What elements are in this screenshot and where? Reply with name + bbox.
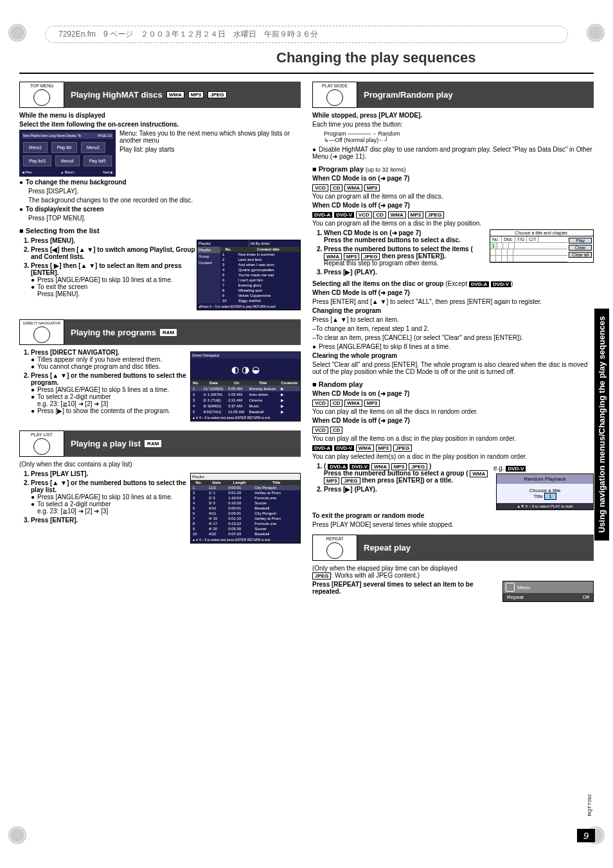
- section-title: Repeat play: [364, 543, 411, 553]
- osd-menu-label: Menu: [517, 585, 530, 590]
- osd-footer: ▲▼ 0 ~ 9 to select and press ENTER RETUR…: [191, 536, 300, 543]
- osd-cell: Play list: [51, 142, 77, 153]
- button-label: DIRECT NAVIGATOR: [23, 321, 60, 325]
- program-osd: Choose a title and chapter. No. Disc T/G…: [490, 229, 594, 263]
- text: You can play all the items on all the di…: [312, 408, 594, 415]
- format-tag: WMA: [166, 91, 184, 98]
- text: When CD Mode is off (➜ page 7): [312, 417, 594, 424]
- tag-row: VCD CD WMA MP3: [312, 184, 594, 191]
- format-tag: JPEG: [208, 91, 226, 98]
- side-tab: Using navigation menus/Changing the play…: [594, 308, 609, 540]
- text: You can play all the items on a disc in …: [312, 435, 594, 442]
- osd-nav: ◀ Prev: [22, 170, 32, 174]
- section-progrand-header: PLAY MODE Program/Random play: [312, 82, 594, 108]
- osd-cell: Menu1: [23, 142, 48, 153]
- format-tag: RAM: [160, 329, 177, 336]
- osd-btn: Clear: [569, 245, 592, 251]
- osd-table: No.Content title 1Few times in summer 2L…: [220, 247, 300, 303]
- osd-footer: ▲▼ 0 ~ 9 to select PLAY to start: [497, 503, 593, 509]
- menu-icon: [506, 583, 515, 592]
- text: When CD Mode is on (➜ page 7): [312, 175, 594, 182]
- text: Press [▲ ▼] to select an item.: [312, 316, 594, 323]
- osd-title: New Playlist Item Long Name Display Te: [23, 134, 81, 137]
- top-menu-button-graphic: TOP MENU: [19, 82, 64, 108]
- text: Press [TOP MENU].: [28, 215, 301, 222]
- button-label: PLAY LIST: [31, 432, 53, 437]
- button-icon: [326, 89, 343, 106]
- section-repeat-header: REPEAT Repeat play: [312, 535, 594, 561]
- osd-cell: Menu2: [81, 142, 105, 153]
- playlist-osd: Playlist All By Artist Playlist Group Co…: [197, 240, 301, 310]
- section-highmat-header: TOP MENU Playing HighMAT discs WMA MP3 J…: [19, 82, 301, 108]
- heading: Changing the program: [312, 307, 594, 314]
- osd-nav: Next ▶: [103, 170, 113, 174]
- bullet: Press [ANGLE/PAGE] to skip 8 lines at a …: [312, 343, 594, 350]
- osd-cell: Play list3: [23, 155, 51, 166]
- flow-diagram: Program ————→ Random ↳—Off (Normal play)…: [324, 130, 594, 143]
- text: You can program all the items on a disc …: [312, 220, 594, 227]
- osd-btn: Play: [569, 238, 592, 244]
- text: When CD Mode is off (➜ page 7): [312, 202, 594, 209]
- section-programs-header: DIRECT NAVIGATOR Playing the programs RA…: [19, 319, 301, 345]
- osd-footer: ▲▼ 0 ~ 9 to select and press ENTER RETUR…: [191, 414, 300, 421]
- osd-page: PAGE 1/3: [98, 134, 112, 137]
- osd-tab: Playlist: [197, 240, 249, 247]
- button-icon: [33, 326, 50, 343]
- text: The background changes to the one record…: [28, 197, 301, 204]
- text: Select "Clear all" and press [ENTER]. Th…: [312, 361, 594, 375]
- subsection-title: Selecting from the list: [19, 227, 301, 235]
- text: When CD Mode is off (➜ page 7): [312, 289, 594, 296]
- bullet: Disable HighMAT disc play to use random …: [312, 146, 594, 160]
- section-title: Playing the programs: [71, 328, 156, 337]
- heading: Clearing the whole program: [312, 352, 594, 359]
- playlist-button-graphic: PLAY LIST: [19, 430, 64, 457]
- text: –To change an item, repeat step 1 and 2.: [312, 325, 594, 332]
- tag-row: DVD-A DVD-V VCD CD WMA MP3 JPEG: [312, 211, 594, 218]
- text: Select the item following the on-screen …: [19, 121, 301, 128]
- doc-header: 7292En.fm 9 ページ ２００３年１２月２４日 水曜日 午前９時３６分: [45, 26, 568, 43]
- subsection-title: Random play: [312, 380, 594, 388]
- section-playlist-header: PLAY LIST Playing a play list RAM: [19, 430, 301, 457]
- repeat-osd: Menu Repeat Off: [502, 581, 594, 602]
- osd-tab: All By Artist: [249, 240, 301, 247]
- note: (Only when the disc contains a play list…: [19, 461, 301, 468]
- random-osd: Random Playback Choose a title Title 1 ▲…: [496, 474, 594, 510]
- button-label: REPEAT: [326, 536, 344, 541]
- osd-side: Group: [197, 253, 220, 260]
- text: Menu: Takes you to the next menu which s…: [120, 130, 301, 144]
- example-label: e.g. DVD-V: [493, 465, 594, 472]
- page-main-title: Changing the play sequences: [276, 49, 594, 66]
- text: You can program all the items on all the…: [312, 193, 594, 200]
- tag-row: VCD CD WMA MP3: [312, 399, 594, 406]
- button-icon: [326, 542, 343, 559]
- step: Press [▶] (PLAY).: [324, 269, 594, 276]
- bullet-heading: To change the menu background: [19, 179, 301, 186]
- tag-row: VCD CD: [312, 426, 594, 433]
- highmat-osd: New Playlist Item Long Name Display Te P…: [19, 130, 116, 177]
- osd-footer: ●Press 0 ~ 9 to select ENTER to play RET…: [197, 303, 300, 310]
- text: Each time you press the button:: [312, 121, 594, 128]
- text: Selecting all the items on the disc or g…: [312, 280, 594, 287]
- repeat-button-graphic: REPEAT: [312, 535, 357, 561]
- section-title: Playing a play list: [71, 439, 141, 448]
- bullet-heading: To display/exit the screen: [19, 206, 301, 213]
- text: Press [DISPLAY].: [28, 188, 301, 195]
- heading: To exit the program or random mode: [312, 512, 594, 519]
- subsection-title: Program play (up to 32 items): [312, 165, 594, 173]
- crop-mark: [586, 23, 605, 42]
- osd-caption: Choose a title and chapter.: [490, 230, 593, 236]
- section-title: Program/Random play: [364, 90, 453, 100]
- osd-title: Direct Navigator: [191, 352, 300, 359]
- button-icon: [33, 438, 50, 455]
- direct-navigator-button-graphic: DIRECT NAVIGATOR: [19, 319, 64, 345]
- osd-label: Repeat: [507, 594, 524, 600]
- osd-side: Playlist: [197, 247, 220, 253]
- text: Press [ENTER] and [▲ ▼] to select "ALL",…: [312, 298, 594, 305]
- text: While stopped, press [PLAY MODE].: [312, 112, 594, 119]
- osd-value: Off: [582, 594, 589, 600]
- title-rule: [19, 73, 594, 74]
- crop-mark: [8, 826, 27, 845]
- text: –To clear an item, press [CANCEL] (or se…: [312, 334, 594, 341]
- doc-code: RQT7292: [587, 794, 592, 817]
- direct-navigator-osd: Direct Navigator ◐ ◑ ◒ No.Date OnTitle C…: [190, 351, 301, 421]
